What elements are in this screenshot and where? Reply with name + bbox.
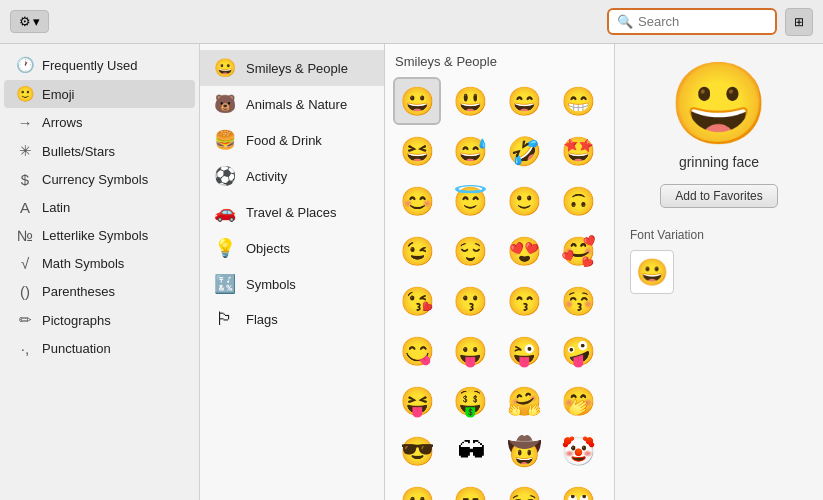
cat-icon-smileys-people: 😀 [214,57,236,79]
cat-label-animals-nature: Animals & Nature [246,97,347,112]
emoji-cell[interactable]: 😉 [393,227,441,275]
sidebar-item-currency-symbols[interactable]: $ Currency Symbols [4,166,195,193]
sidebar-icon-emoji: 🙂 [16,85,34,103]
emoji-cell[interactable]: 😃 [447,77,495,125]
search-input[interactable] [638,14,767,29]
sidebar-item-letterlike-symbols[interactable]: № Letterlike Symbols [4,222,195,249]
sidebar-item-parentheses[interactable]: () Parentheses [4,278,195,305]
font-variation-title: Font Variation [630,228,808,242]
emoji-cell[interactable]: 🙂 [501,177,549,225]
category-item-smileys-people[interactable]: 😀 Smileys & People [200,50,384,86]
emoji-cell[interactable]: 😜 [501,327,549,375]
emoji-cell[interactable]: 😶 [393,477,441,500]
emoji-cell[interactable]: 🙄 [554,477,602,500]
add-to-favorites-button[interactable]: Add to Favorites [660,184,777,208]
sidebar-item-arrows[interactable]: → Arrows [4,109,195,136]
emoji-cell[interactable]: 😌 [447,227,495,275]
sidebar-icon-punctuation: ·, [16,340,34,357]
emoji-cell[interactable]: 😍 [501,227,549,275]
detail-emoji-name: grinning face [679,154,759,170]
sidebar-label-arrows: Arrows [42,115,82,130]
cat-label-travel-places: Travel & Places [246,205,337,220]
detail-panel: 😀 grinning face Add to Favorites Font Va… [615,44,823,500]
emoji-cell[interactable]: 😝 [393,377,441,425]
emoji-cell[interactable]: 🥰 [554,227,602,275]
search-icon: 🔍 [617,14,633,29]
sidebar-label-bullets-stars: Bullets/Stars [42,144,115,159]
sidebar-item-punctuation[interactable]: ·, Punctuation [4,335,195,362]
gear-button[interactable]: ⚙ ▾ [10,10,49,33]
search-box[interactable]: 🔍 [607,8,777,35]
emoji-cell[interactable]: 😗 [447,277,495,325]
font-variation-cell[interactable]: 😀 [630,250,674,294]
category-item-activity[interactable]: ⚽ Activity [200,158,384,194]
emoji-cell[interactable]: 🤠 [501,427,549,475]
sidebar-icon-arrows: → [16,114,34,131]
cat-icon-symbols: 🔣 [214,273,236,295]
sidebar-label-letterlike-symbols: Letterlike Symbols [42,228,148,243]
emoji-cell[interactable]: 🤣 [501,127,549,175]
emoji-cell[interactable]: 😊 [393,177,441,225]
emoji-cell[interactable]: 😄 [501,77,549,125]
cat-label-flags: Flags [246,312,278,327]
sidebar-item-latin[interactable]: A Latin [4,194,195,221]
emoji-cell[interactable]: 🤭 [554,377,602,425]
emoji-cell[interactable]: 😎 [393,427,441,475]
emoji-cell[interactable]: 😅 [447,127,495,175]
sidebar-label-latin: Latin [42,200,70,215]
sidebar-item-math-symbols[interactable]: √ Math Symbols [4,250,195,277]
sidebar-item-pictographs[interactable]: ✏ Pictographs [4,306,195,334]
grid-icon: ⊞ [794,15,804,29]
sidebar-label-frequently-used: Frequently Used [42,58,137,73]
sidebar-item-frequently-used[interactable]: 🕐 Frequently Used [4,51,195,79]
sidebar-label-parentheses: Parentheses [42,284,115,299]
cat-label-objects: Objects [246,241,290,256]
emoji-cell[interactable]: 🙃 [554,177,602,225]
emoji-cell[interactable]: 🕶 [447,427,495,475]
gear-icon: ⚙ [19,14,31,29]
sidebar-icon-frequently-used: 🕐 [16,56,34,74]
emoji-cell[interactable]: 😚 [554,277,602,325]
cat-icon-animals-nature: 🐻 [214,93,236,115]
emoji-cell[interactable]: 😛 [447,327,495,375]
emoji-grid-panel: Smileys & People 😀😃😄😁😆😅🤣🤩😊😇🙂🙃😉😌😍🥰😘😗😙😚😋😛😜… [385,44,615,500]
cat-label-smileys-people: Smileys & People [246,61,348,76]
sidebar-icon-pictographs: ✏ [16,311,34,329]
emoji-cell[interactable]: 😑 [447,477,495,500]
category-item-flags[interactable]: 🏳 Flags [200,302,384,337]
main-content: 🕐 Frequently Used🙂 Emoji→ Arrows✳ Bullet… [0,44,823,500]
detail-emoji-display: 😀 [669,64,769,144]
grid-view-button[interactable]: ⊞ [785,8,813,36]
sidebar-label-currency-symbols: Currency Symbols [42,172,148,187]
category-item-symbols[interactable]: 🔣 Symbols [200,266,384,302]
emoji-cell[interactable]: 🤑 [447,377,495,425]
sidebar-item-emoji[interactable]: 🙂 Emoji [4,80,195,108]
sidebar-icon-latin: A [16,199,34,216]
emoji-cell[interactable]: 😆 [393,127,441,175]
emoji-cell[interactable]: 😀 [393,77,441,125]
category-item-travel-places[interactable]: 🚗 Travel & Places [200,194,384,230]
category-item-animals-nature[interactable]: 🐻 Animals & Nature [200,86,384,122]
emoji-cell[interactable]: 🤗 [501,377,549,425]
emoji-cell[interactable]: 🤩 [554,127,602,175]
font-variation-grid: 😀 [630,250,808,294]
emoji-cell[interactable]: 🤡 [554,427,602,475]
emoji-cell[interactable]: 😙 [501,277,549,325]
emoji-cell[interactable]: 😁 [554,77,602,125]
cat-icon-flags: 🏳 [214,309,236,330]
cat-label-activity: Activity [246,169,287,184]
category-item-objects[interactable]: 💡 Objects [200,230,384,266]
sidebar-item-bullets-stars[interactable]: ✳ Bullets/Stars [4,137,195,165]
sidebar-icon-letterlike-symbols: № [16,227,34,244]
sidebar-icon-parentheses: () [16,283,34,300]
emoji-cell[interactable]: 🤪 [554,327,602,375]
sidebar-label-punctuation: Punctuation [42,341,111,356]
cat-icon-objects: 💡 [214,237,236,259]
sidebar-icon-currency-symbols: $ [16,171,34,188]
emoji-cell[interactable]: 😒 [501,477,549,500]
emoji-cell[interactable]: 😋 [393,327,441,375]
sidebar-label-math-symbols: Math Symbols [42,256,124,271]
emoji-cell[interactable]: 😘 [393,277,441,325]
category-item-food-drink[interactable]: 🍔 Food & Drink [200,122,384,158]
emoji-cell[interactable]: 😇 [447,177,495,225]
